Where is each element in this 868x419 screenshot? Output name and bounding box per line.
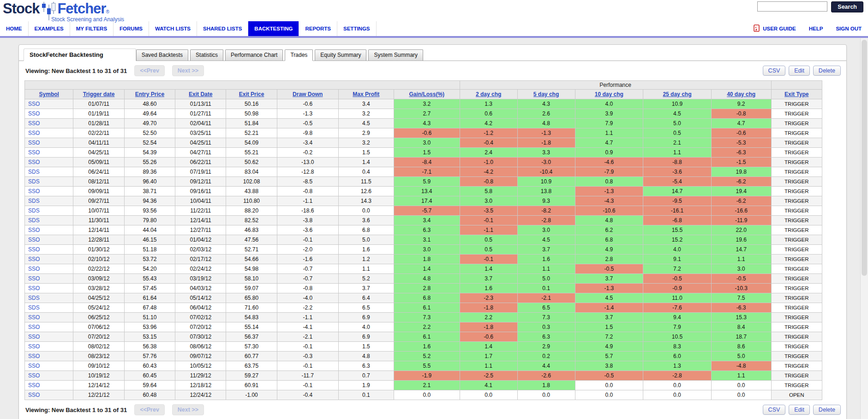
sort-link-entry-price[interactable]: Entry Price xyxy=(135,91,164,97)
cell-25-day-chg: 8.3 xyxy=(643,342,712,352)
symbol-link[interactable]: SSO xyxy=(28,246,40,253)
vertical-scrollbar[interactable] xyxy=(860,38,868,419)
cell-exit-date: 03/19/12 xyxy=(175,274,226,284)
nav-item-forums[interactable]: FORUMS xyxy=(114,21,149,36)
cell-10-day-chg: -1.3 xyxy=(575,284,643,293)
tab-performance-chart[interactable]: Performance Chart xyxy=(225,49,283,61)
sort-link-2-day-chg[interactable]: 2 day chg xyxy=(476,91,501,97)
symbol-link[interactable]: SSO xyxy=(28,382,40,389)
search-input[interactable] xyxy=(757,1,827,12)
symbol-link[interactable]: SSO xyxy=(28,140,40,146)
edit-button[interactable]: Edit xyxy=(789,66,810,76)
tab-system-summary[interactable]: System Summary xyxy=(368,49,423,61)
delete-button[interactable]: Delete xyxy=(813,66,841,76)
sort-link-10-day-chg[interactable]: 10 day chg xyxy=(595,91,623,97)
next-button[interactable]: Next >> xyxy=(172,404,204,415)
symbol-link[interactable]: SSO xyxy=(28,120,40,127)
symbol-link[interactable]: SDS xyxy=(28,295,40,301)
symbol-link[interactable]: SSO xyxy=(28,266,40,272)
scrollbar-thumb[interactable] xyxy=(862,40,867,276)
next-button[interactable]: Next >> xyxy=(172,65,204,76)
cell-exit-date: 06/22/11 xyxy=(175,158,226,167)
cell-25-day-chg: 15.2 xyxy=(643,235,712,245)
sort-link-exit-date[interactable]: Exit Date xyxy=(189,91,212,97)
cell-exit-price: -1.00 xyxy=(226,390,277,400)
symbol-link[interactable]: SSO xyxy=(28,353,40,359)
nav-item-examples[interactable]: EXAMPLES xyxy=(29,21,70,36)
nav-link-sign-out[interactable]: SIGN OUT xyxy=(836,26,862,31)
symbol-link[interactable]: SSO xyxy=(28,110,40,117)
symbol-link[interactable]: SSO xyxy=(28,275,40,282)
sort-link-25-day-chg[interactable]: 25 day chg xyxy=(663,91,691,97)
cell-draw-down: -0.7 xyxy=(277,264,338,274)
cell-2-day-chg: -1.1 xyxy=(460,225,517,235)
symbol-link[interactable]: SSO xyxy=(28,363,40,369)
cell-entry-price: 60.48 xyxy=(124,390,175,400)
sort-link-exit-type[interactable]: Exit Type xyxy=(784,91,808,97)
symbol-link[interactable]: SSO xyxy=(28,334,40,340)
symbol-link[interactable]: SSO xyxy=(28,188,40,194)
csv-button[interactable]: CSV xyxy=(763,405,786,415)
symbol-link[interactable]: SSO xyxy=(28,372,40,379)
nav-link-user-guide[interactable]: USER GUIDE xyxy=(754,24,796,33)
nav-link-help[interactable]: HELP xyxy=(809,26,823,31)
sort-link-gain-loss[interactable]: Gain/Loss(%) xyxy=(409,91,444,97)
sort-link-symbol[interactable]: Symbol xyxy=(39,91,59,97)
nav-item-home[interactable]: HOME xyxy=(0,21,29,36)
symbol-link[interactable]: SDS xyxy=(28,169,40,175)
nav-item-watch-lists[interactable]: WATCH LISTS xyxy=(149,21,197,36)
sort-link-5-day-chg[interactable]: 5 day chg xyxy=(533,91,559,97)
symbol-link[interactable]: SSO xyxy=(28,227,40,233)
symbol-link[interactable]: SDS xyxy=(28,178,40,185)
edit-button[interactable]: Edit xyxy=(789,405,810,415)
table-row: SDS08/12/1196.4009/12/11102.08-8.511.55.… xyxy=(25,177,822,187)
search-button[interactable]: Search xyxy=(831,1,863,12)
cell-draw-down: -3.6 xyxy=(277,225,338,235)
sort-link-exit-price[interactable]: Exit Price xyxy=(239,91,264,97)
cell-exit-type: TRIGGER xyxy=(771,216,822,225)
nav-item-settings[interactable]: SETTINGS xyxy=(337,21,377,36)
tab-trades[interactable]: Trades xyxy=(285,49,313,61)
csv-button[interactable]: CSV xyxy=(763,66,786,76)
symbol-link[interactable]: SDS xyxy=(28,217,40,224)
delete-button[interactable]: Delete xyxy=(813,405,841,415)
sort-link-40-day-chg[interactable]: 40 day chg xyxy=(727,91,755,97)
symbol-link[interactable]: SSO xyxy=(28,314,40,321)
cell-10-day-chg: 6.8 xyxy=(575,235,643,245)
sort-link-draw-down[interactable]: Draw Down xyxy=(293,91,323,97)
symbol-link[interactable]: SDS xyxy=(28,198,40,204)
stockfetcher-logo[interactable]: Stock Fetcher ® Stock Screening and Anal… xyxy=(3,1,109,21)
symbol-link[interactable]: SSO xyxy=(28,159,40,165)
tab-statistics[interactable]: Statistics xyxy=(190,49,223,61)
symbol-link[interactable]: SDS xyxy=(28,207,40,214)
symbol-link[interactable]: SSO xyxy=(28,130,40,136)
cell-25-day-chg: 15.5 xyxy=(643,225,712,235)
nav-item-reports[interactable]: REPORTS xyxy=(299,21,337,36)
tab-equity-summary[interactable]: Equity Summary xyxy=(315,49,366,61)
cell-25-day-chg: -6.8 xyxy=(643,216,712,225)
nav-item-my-filters[interactable]: MY FILTERS xyxy=(70,21,114,36)
symbol-link[interactable]: SSO xyxy=(28,101,40,107)
symbol-link[interactable]: SSO xyxy=(28,343,40,350)
cell-40-day-chg: -6.2 xyxy=(711,196,771,206)
nav-item-shared-lists[interactable]: SHARED LISTS xyxy=(197,21,248,36)
table-row: SSO12/28/1146.1501/04/1247.56-0.15.03.10… xyxy=(25,235,822,245)
prev-button[interactable]: <<Prev xyxy=(134,65,165,76)
symbol-link[interactable]: SSO xyxy=(28,237,40,243)
cell-25-day-chg: 7.2 xyxy=(643,264,712,274)
prev-button[interactable]: <<Prev xyxy=(134,404,165,415)
sort-link-trigger-date[interactable]: Trigger date xyxy=(83,91,115,97)
symbol-link[interactable]: SSO xyxy=(28,256,40,262)
symbol-link[interactable]: SSO xyxy=(28,324,40,330)
symbol-link[interactable]: SSO xyxy=(28,392,40,398)
column-header-max-profit: Max Profit xyxy=(338,90,394,99)
symbol-link[interactable]: SDS xyxy=(28,304,40,311)
cell-max-profit: 5.0 xyxy=(338,235,394,245)
symbol-link[interactable]: SSO xyxy=(28,285,40,291)
tab-saved-backtests[interactable]: Saved Backtests xyxy=(136,49,188,61)
sort-link-max-profit[interactable]: Max Profit xyxy=(353,91,379,97)
cell-exit-type: TRIGGER xyxy=(771,245,822,255)
cell-max-profit: 6.4 xyxy=(338,293,394,303)
symbol-link[interactable]: SSO xyxy=(28,149,40,156)
nav-item-backtesting[interactable]: BACKTESTING xyxy=(248,21,299,36)
